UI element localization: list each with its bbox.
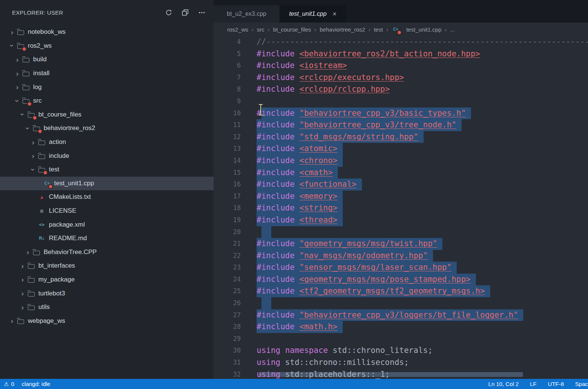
chevron-icon[interactable]: › <box>13 83 22 91</box>
tree-item-build[interactable]: ›build <box>0 53 214 67</box>
code-line[interactable]: 18#include <string> <box>214 202 588 214</box>
status-item-utf-8[interactable]: UTF-8 <box>548 381 564 387</box>
line-number[interactable]: 29 <box>214 333 241 345</box>
close-icon[interactable]: × <box>333 10 337 18</box>
tree-item-webpage-ws[interactable]: ›webpage_ws <box>0 314 214 328</box>
chevron-icon[interactable]: › <box>8 317 17 324</box>
tree-item-license[interactable]: ▤LICENSE <box>0 204 214 218</box>
line-number[interactable]: 19 <box>214 214 241 226</box>
tree-item-package-xml[interactable]: <>package.xml <box>0 218 214 232</box>
tree-item-cmakelists-txt[interactable]: ▲CMakeLists.txt <box>0 190 214 204</box>
breadcrumb-item-bt-course-files[interactable]: bt_course_files <box>273 26 311 33</box>
chevron-icon[interactable]: › <box>29 152 38 159</box>
line-number[interactable]: 21 <box>214 238 241 250</box>
line-number[interactable]: 10 <box>214 107 241 120</box>
chevron-icon[interactable]: › <box>18 290 27 297</box>
tree-item-bt-course-files[interactable]: ›bt_course_files <box>0 108 214 122</box>
chevron-icon[interactable]: › <box>8 29 17 36</box>
tab-test-unit1-cpp[interactable]: test_unit1.cpp× <box>280 5 346 23</box>
code-line[interactable]: 21#include "geometry_msgs/msg/twist.hpp" <box>214 238 588 250</box>
more-actions-icon[interactable] <box>198 9 205 17</box>
breadcrumb-item-src[interactable]: src <box>257 26 264 33</box>
chevron-icon[interactable]: › <box>30 165 37 174</box>
chevron-icon[interactable]: › <box>14 96 21 105</box>
tree-item-action[interactable]: ›action <box>0 135 214 149</box>
code-line[interactable]: 14#include <chrono> <box>214 155 588 167</box>
tree-item-include[interactable]: ›include <box>0 149 214 163</box>
code-line[interactable]: 4//-------------------------------------… <box>214 36 588 48</box>
code-line[interactable]: 26 <box>214 297 588 309</box>
code-line[interactable]: 5#include <behaviortree_ros2/bt_action_n… <box>214 48 588 60</box>
code-line[interactable]: 11#include "behaviortree_cpp_v3/tree_nod… <box>214 119 588 131</box>
line-number[interactable]: 27 <box>214 309 241 321</box>
code-line[interactable]: 16#include <functional> <box>214 179 588 191</box>
code-line[interactable]: 17#include <memory> <box>214 191 588 203</box>
chevron-icon[interactable]: › <box>13 56 22 63</box>
status-item-spac[interactable]: Spac <box>575 381 588 387</box>
chevron-icon[interactable]: › <box>29 139 38 146</box>
tree-item-readme-md[interactable]: M↓README.md <box>0 232 214 245</box>
code-line[interactable]: 15#include <cmath> <box>214 167 588 179</box>
tree-item-bt-interfaces[interactable]: ›bt_interfaces <box>0 259 214 273</box>
code-line[interactable]: 13#include <atomic> <box>214 143 588 155</box>
line-number[interactable]: 18 <box>214 202 241 214</box>
code-line[interactable]: 19#include <thread> <box>214 214 588 226</box>
line-number[interactable]: 23 <box>214 262 241 274</box>
chevron-icon[interactable]: › <box>9 41 16 50</box>
line-number[interactable]: 8 <box>214 83 241 95</box>
line-number[interactable]: 32 <box>214 369 241 379</box>
chevron-icon[interactable]: › <box>23 248 32 256</box>
code-line[interactable]: 31using std::chrono::milliseconds; <box>214 357 588 369</box>
line-number[interactable]: 15 <box>214 167 241 179</box>
code-line[interactable]: 24#include <geometry_msgs/msg/pose_stamp… <box>214 274 588 286</box>
code-line[interactable]: 10#include "behaviortree_cpp_v3/basic_ty… <box>214 107 588 120</box>
line-number[interactable]: 25 <box>214 285 241 297</box>
line-number[interactable]: 28 <box>214 321 241 333</box>
chevron-icon[interactable]: › <box>18 276 27 283</box>
code-line[interactable]: 25#include <tf2_geometry_msgs/tf2_geomet… <box>214 285 588 297</box>
chevron-icon[interactable]: › <box>24 124 32 133</box>
code-line[interactable]: 7#include <rclcpp/executors.hpp> <box>214 72 588 84</box>
collapse-folders-icon[interactable] <box>181 9 189 17</box>
line-number[interactable]: 31 <box>214 357 241 369</box>
status-item-lf[interactable]: LF <box>530 381 537 387</box>
line-number[interactable]: 22 <box>214 250 241 262</box>
line-number[interactable]: 20 <box>214 226 241 238</box>
tree-item-ros2-ws[interactable]: ›ros2_ws <box>0 39 214 53</box>
code-line[interactable]: 8#include <rclcpp/rclcpp.hpp> <box>214 83 588 95</box>
line-number[interactable]: 5 <box>214 48 241 60</box>
line-number[interactable]: 4 <box>214 36 241 48</box>
breadcrumb-item-behaviortree-ros2[interactable]: behaviortree_ros2 <box>320 26 365 33</box>
tree-item-behaviortree-cpp[interactable]: ›BehaviorTree.CPP <box>0 245 214 259</box>
code-line[interactable]: 29 <box>214 333 588 345</box>
code-line[interactable]: 20 <box>214 226 588 238</box>
tree-item-install[interactable]: ›install <box>0 67 214 80</box>
tree-item-my-package[interactable]: ›my_package <box>0 273 214 287</box>
chevron-icon[interactable]: › <box>19 110 26 119</box>
problems-indicator[interactable]: ⚠ 0 <box>4 381 14 387</box>
breadcrumb-item-test-unit1-cpp[interactable]: test_unit1.cpp <box>406 26 441 33</box>
line-number[interactable]: 14 <box>214 155 241 167</box>
refresh-icon[interactable] <box>165 9 172 17</box>
tree-item-src[interactable]: ›src <box>0 94 214 108</box>
code-line[interactable]: 22#include "nav_msgs/msg/odometry.hpp" <box>214 250 588 262</box>
line-number[interactable]: 9 <box>214 95 241 107</box>
line-number[interactable]: 7 <box>214 72 241 84</box>
code-line[interactable]: 27#include "behaviortree_cpp_v3/loggers/… <box>214 309 588 321</box>
code-line[interactable]: 30using namespace std::chrono_literals; <box>214 345 588 357</box>
line-number[interactable]: 11 <box>214 119 241 131</box>
tree-item-turtlebot3[interactable]: ›turtlebot3 <box>0 286 214 300</box>
line-number[interactable]: 30 <box>214 345 241 357</box>
clangd-status[interactable]: clangd: idle <box>22 381 50 387</box>
line-number[interactable]: 24 <box>214 274 241 286</box>
code-line[interactable]: 23#include "sensor_msgs/msg/laser_scan.h… <box>214 262 588 274</box>
code-line[interactable]: 6#include <iostream> <box>214 60 588 72</box>
code-line[interactable]: 28#include <math.h> <box>214 321 588 333</box>
breadcrumb-ellipsis[interactable]: ... <box>450 26 455 33</box>
line-number[interactable]: 17 <box>214 191 241 203</box>
tree-item-log[interactable]: ›log <box>0 80 214 94</box>
chevron-icon[interactable]: › <box>18 262 27 269</box>
tree-item-test[interactable]: ›test <box>0 163 214 177</box>
code-line[interactable]: 9 <box>214 95 588 107</box>
breadcrumb-item-test[interactable]: test <box>374 26 383 33</box>
